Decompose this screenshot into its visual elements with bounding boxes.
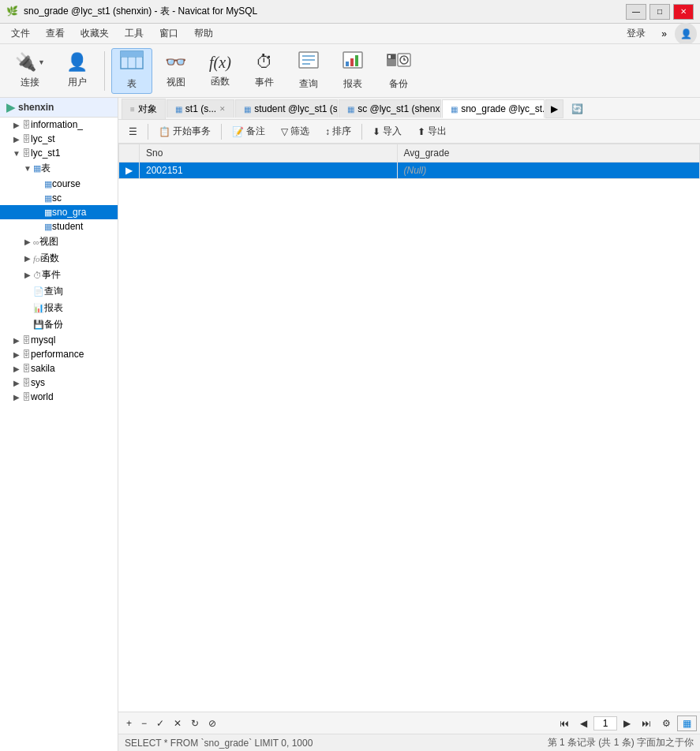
sidebar-item-sakila[interactable]: ▶ 🗄 sakila <box>0 361 118 376</box>
page-number-input[interactable] <box>593 716 617 730</box>
sidebar-item-lyc-st1[interactable]: ▼ 🗄 lyc_st1 <box>0 146 118 160</box>
menu-tools[interactable]: 工具 <box>117 25 152 42</box>
minimize-button[interactable]: — <box>626 4 646 20</box>
sidebar-item-sc[interactable]: ▦ sc <box>0 191 118 205</box>
backup-label: 备份 <box>389 77 408 91</box>
report-button[interactable]: 报表 <box>332 48 373 94</box>
tab-sno-grade[interactable]: ▦ sno_grade @lyc_st... ✕ <box>442 99 545 118</box>
tab-scroll-right[interactable]: ▶ <box>545 99 563 118</box>
table-row[interactable]: ▶ 2002151 (Null) <box>119 163 700 179</box>
next-page-button[interactable]: ▶ <box>619 716 635 730</box>
prev-page-button[interactable]: ◀ <box>575 716 592 730</box>
db-icon-mysql: 🗄 <box>22 335 31 345</box>
sidebar-item-world[interactable]: ▶ 🗄 world <box>0 390 118 404</box>
bottom-area: + − ✓ ✕ ↻ ⊘ ⏮ ◀ ▶ ⏭ ⚙ ▦ SELECT * FROM `s <box>118 712 700 751</box>
sidebar-item-reports[interactable]: 📊 报表 <box>0 300 118 316</box>
backup-button[interactable]: 备份 <box>376 48 421 94</box>
sidebar-item-tables-folder[interactable]: ▼ ▦ 表 <box>0 160 118 177</box>
first-page-button[interactable]: ⏮ <box>555 716 574 730</box>
menu-icon-btn[interactable]: ☰ <box>122 122 144 141</box>
tab-sc[interactable]: ▦ sc @lyc_st1 (shenxi... ✕ <box>339 99 441 118</box>
tab-st1-close[interactable]: ✕ <box>219 105 226 113</box>
more-icon[interactable]: » <box>657 27 672 41</box>
tab-bar: ≡ 对象 ▦ st1 (s... ✕ ▦ student @lyc_st1 (s… <box>118 98 700 120</box>
obj-divider-1 <box>148 124 148 140</box>
begin-transaction-button[interactable]: 📋 开始事务 <box>152 122 218 141</box>
sidebar-item-functions-folder[interactable]: ▶ fo 函数 <box>0 250 118 267</box>
sidebar: ▶ shenxin ▶ 🗄 information_ ▶ 🗄 lyc_st ▼ … <box>0 98 118 751</box>
title-bar: 🌿 sno_grade @lyc_st1 (shenxin) - 表 - Nav… <box>0 0 700 24</box>
sidebar-item-sno-grade[interactable]: ▦ sno_gra <box>0 205 118 219</box>
user-button[interactable]: 👤 用户 <box>57 48 98 94</box>
toggle-icon-lycst1: ▼ <box>11 149 22 158</box>
db-icon-information: 🗄 <box>22 120 31 129</box>
tab-refresh-icon[interactable]: 🔄 <box>567 100 588 118</box>
function-button[interactable]: f(x) 函数 <box>200 48 241 94</box>
export-icon: ⬆ <box>417 126 425 137</box>
db-label-lycst: lyc_st <box>31 133 55 144</box>
tables-folder-label: 表 <box>41 162 51 175</box>
grid-view-button[interactable]: ▦ <box>677 716 697 731</box>
menu-window[interactable]: 窗口 <box>152 25 186 42</box>
menu-file[interactable]: 文件 <box>3 25 38 42</box>
connect-label: 连接 <box>21 76 39 89</box>
last-page-button[interactable]: ⏭ <box>637 716 656 730</box>
sidebar-item-events-folder[interactable]: ▶ ⏱ 事件 <box>0 267 118 283</box>
settings-button[interactable]: ⚙ <box>657 716 676 730</box>
event-button[interactable]: ⏱ 事件 <box>244 48 285 94</box>
cell-sno: 2002151 <box>140 163 398 179</box>
sidebar-item-views-folder[interactable]: ▶ ∞ 视图 <box>0 234 118 250</box>
import-button[interactable]: ⬇ 导入 <box>365 122 409 141</box>
filter-button[interactable]: ▽ 筛选 <box>274 122 316 141</box>
query-button[interactable]: 查询 <box>288 48 329 94</box>
clear-button[interactable]: ⊘ <box>204 716 221 730</box>
maximize-button[interactable]: □ <box>649 4 670 20</box>
user-avatar[interactable]: 👤 <box>675 23 697 45</box>
delete-row-button[interactable]: − <box>137 716 152 730</box>
notes-button[interactable]: 📝 备注 <box>225 122 272 141</box>
export-button[interactable]: ⬆ 导出 <box>410 122 454 141</box>
sidebar-item-backup[interactable]: 💾 备份 <box>0 316 118 333</box>
tab-object[interactable]: ≡ 对象 <box>122 99 166 119</box>
tab-student[interactable]: ▦ student @lyc_st1 (s... ✕ <box>235 99 338 118</box>
col-avg-grade[interactable]: Avg_grade <box>397 144 699 163</box>
col-sno[interactable]: Sno <box>140 144 398 163</box>
view-label: 视图 <box>167 76 185 89</box>
db-label-sakila: sakila <box>31 363 55 374</box>
table-icon-snograde: ▦ <box>44 207 52 218</box>
add-row-button[interactable]: + <box>122 716 137 730</box>
queries-label: 查询 <box>44 285 63 298</box>
sidebar-item-lyc-st[interactable]: ▶ 🗄 lyc_st <box>0 132 118 146</box>
table-button[interactable]: 表 <box>111 48 152 94</box>
menu-bar: 文件 查看 收藏夹 工具 窗口 帮助 登录 » 👤 <box>0 24 700 44</box>
sidebar-item-mysql[interactable]: ▶ 🗄 mysql <box>0 333 118 347</box>
discard-button[interactable]: ✕ <box>169 716 186 730</box>
menu-view[interactable]: 查看 <box>38 25 73 42</box>
confirm-button[interactable]: ✓ <box>152 716 169 730</box>
right-panel: ≡ 对象 ▦ st1 (s... ✕ ▦ student @lyc_st1 (s… <box>118 98 700 751</box>
close-button[interactable]: ✕ <box>673 4 694 20</box>
menu-favorites[interactable]: 收藏夹 <box>73 25 117 42</box>
record-info: 第 1 条记录 (共 1 条) 字面加之于你 <box>548 736 694 749</box>
sidebar-item-student[interactable]: ▦ student <box>0 219 118 234</box>
views-folder-label: 视图 <box>39 235 58 248</box>
obj-divider-2 <box>221 124 222 140</box>
connect-button[interactable]: 🔌 ▼ 连接 <box>6 48 54 94</box>
menu-help[interactable]: 帮助 <box>186 25 221 42</box>
sort-button[interactable]: ↕ 排序 <box>318 122 358 141</box>
menu-items: 文件 查看 收藏夹 工具 窗口 帮助 <box>3 25 221 42</box>
tab-snograde-label: sno_grade @lyc_st... <box>461 103 545 114</box>
sidebar-item-information[interactable]: ▶ 🗄 information_ <box>0 118 118 132</box>
sidebar-item-sys[interactable]: ▶ 🗄 sys <box>0 376 118 390</box>
sidebar-item-performance[interactable]: ▶ 🗄 performance <box>0 347 118 361</box>
sidebar-item-queries[interactable]: 📄 查询 <box>0 283 118 300</box>
view-button[interactable]: 👓 视图 <box>155 48 197 94</box>
sidebar-header: ▶ shenxin <box>0 98 118 118</box>
transaction-icon: 📋 <box>159 126 170 137</box>
event-icon: ⏱ <box>256 52 273 73</box>
null-value: (Null) <box>404 165 427 176</box>
sidebar-item-course[interactable]: ▦ course <box>0 177 118 191</box>
tab-st1[interactable]: ▦ st1 (s... ✕ <box>167 99 234 118</box>
login-link[interactable]: 登录 <box>619 25 653 42</box>
refresh-button[interactable]: ↻ <box>186 716 204 730</box>
